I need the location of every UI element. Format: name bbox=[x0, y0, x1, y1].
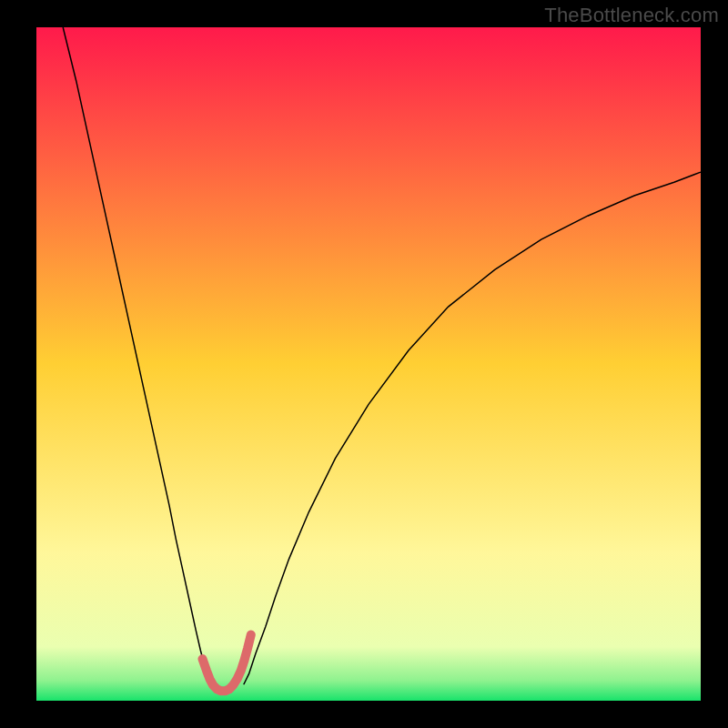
plot-background bbox=[36, 27, 701, 701]
watermark-text: TheBottleneck.com bbox=[544, 4, 719, 27]
bottleneck-curve-chart bbox=[0, 0, 728, 728]
chart-frame: { "watermark": "TheBottleneck.com", "cha… bbox=[0, 0, 728, 728]
